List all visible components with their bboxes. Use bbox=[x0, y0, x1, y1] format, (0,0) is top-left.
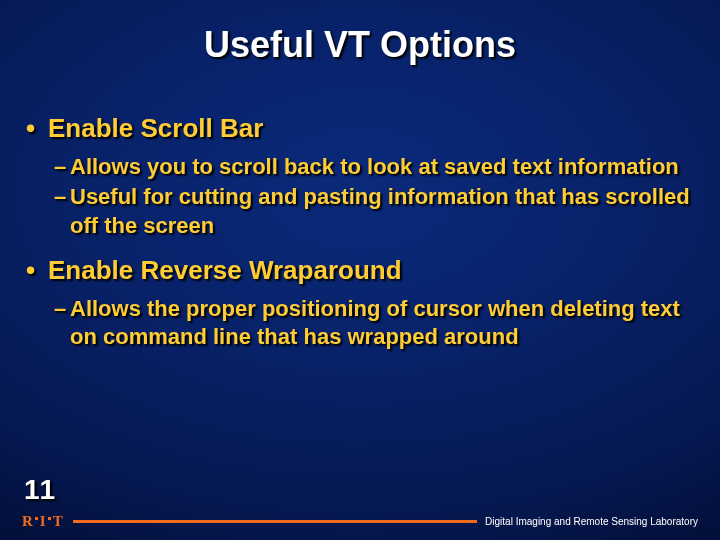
slide-title: Useful VT Options bbox=[0, 24, 720, 66]
dash-icon: – bbox=[54, 183, 70, 240]
dot-icon bbox=[48, 517, 51, 520]
dash-icon: – bbox=[54, 295, 70, 352]
bullet-icon: • bbox=[26, 112, 48, 145]
bullet-1-sub-2: – Useful for cutting and pasting informa… bbox=[26, 183, 694, 240]
dot-icon bbox=[35, 517, 38, 520]
bullet-1-sub-2-text: Useful for cutting and pasting informati… bbox=[70, 183, 694, 240]
footer: R I T Digital Imaging and Remote Sensing… bbox=[22, 510, 698, 532]
rit-letter-i: I bbox=[40, 513, 46, 530]
page-number: 11 bbox=[24, 474, 55, 506]
bullet-1: • Enable Scroll Bar bbox=[26, 112, 694, 145]
bullet-icon: • bbox=[26, 254, 48, 287]
footer-label: Digital Imaging and Remote Sensing Labor… bbox=[485, 516, 698, 527]
rit-letter-r: R bbox=[22, 513, 33, 530]
rit-letter-t: T bbox=[53, 513, 63, 530]
footer-divider bbox=[73, 520, 477, 523]
bullet-1-sub-1: – Allows you to scroll back to look at s… bbox=[26, 153, 694, 182]
bullet-2-text: Enable Reverse Wraparound bbox=[48, 254, 402, 287]
bullet-1-text: Enable Scroll Bar bbox=[48, 112, 263, 145]
slide: Useful VT Options • Enable Scroll Bar – … bbox=[0, 0, 720, 540]
bullet-2-sub-1-text: Allows the proper positioning of cursor … bbox=[70, 295, 694, 352]
bullet-2-sub-1: – Allows the proper positioning of curso… bbox=[26, 295, 694, 352]
dash-icon: – bbox=[54, 153, 70, 182]
bullet-2: • Enable Reverse Wraparound bbox=[26, 254, 694, 287]
rit-logo: R I T bbox=[22, 513, 63, 530]
bullet-1-sub-1-text: Allows you to scroll back to look at sav… bbox=[70, 153, 694, 182]
slide-content: • Enable Scroll Bar – Allows you to scro… bbox=[26, 108, 694, 354]
